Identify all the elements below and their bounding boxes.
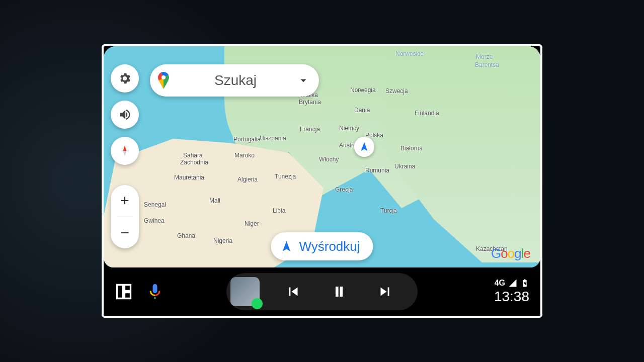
zoom-control: + − (111, 185, 139, 248)
search-bar[interactable]: Szukaj (150, 64, 319, 97)
navigation-arrow-icon (280, 240, 293, 253)
dashboard-icon (115, 283, 133, 301)
navigation-arrow-icon (359, 141, 370, 152)
battery-charging-icon (520, 279, 529, 288)
app-launcher-button[interactable] (115, 283, 133, 301)
microphone-icon (146, 283, 164, 301)
search-placeholder: Szukaj (174, 72, 297, 88)
status-area: 4G 13:38 (494, 279, 529, 305)
album-art-spotify[interactable] (230, 277, 260, 306)
network-type: 4G (495, 279, 505, 288)
android-auto-screen: NorweskieMorzeBarentsaNorwegiaSzwecjaFin… (102, 44, 542, 318)
play-pause-button[interactable] (316, 283, 362, 300)
map-canvas[interactable]: NorweskieMorzeBarentsaNorwegiaSzwecjaFin… (104, 46, 540, 267)
current-location-marker[interactable] (354, 137, 374, 157)
zoom-in-button[interactable]: + (111, 185, 139, 217)
signal-icon (508, 279, 517, 288)
compass-button[interactable] (111, 137, 139, 165)
media-widget[interactable] (226, 273, 418, 310)
svg-point-0 (162, 75, 166, 79)
compass-icon (118, 144, 132, 158)
next-track-button[interactable] (362, 283, 408, 300)
skip-next-icon (376, 283, 393, 300)
volume-button[interactable] (111, 101, 139, 129)
voice-assistant-button[interactable] (146, 283, 164, 301)
previous-track-button[interactable] (271, 283, 316, 300)
speaker-icon (118, 108, 132, 122)
map-side-controls: + − (111, 64, 139, 248)
skip-previous-icon (285, 283, 302, 300)
system-bar: 4G 13:38 (104, 267, 540, 316)
chevron-down-icon (297, 74, 310, 87)
pause-icon (331, 283, 348, 300)
recenter-button[interactable]: Wyśrodkuj (271, 232, 373, 260)
gear-icon (118, 71, 132, 85)
settings-button[interactable] (111, 64, 139, 93)
zoom-out-button[interactable]: − (111, 217, 139, 249)
google-maps-pin-icon (157, 72, 170, 89)
recenter-label: Wyśrodkuj (299, 239, 360, 254)
clock: 13:38 (494, 289, 529, 305)
